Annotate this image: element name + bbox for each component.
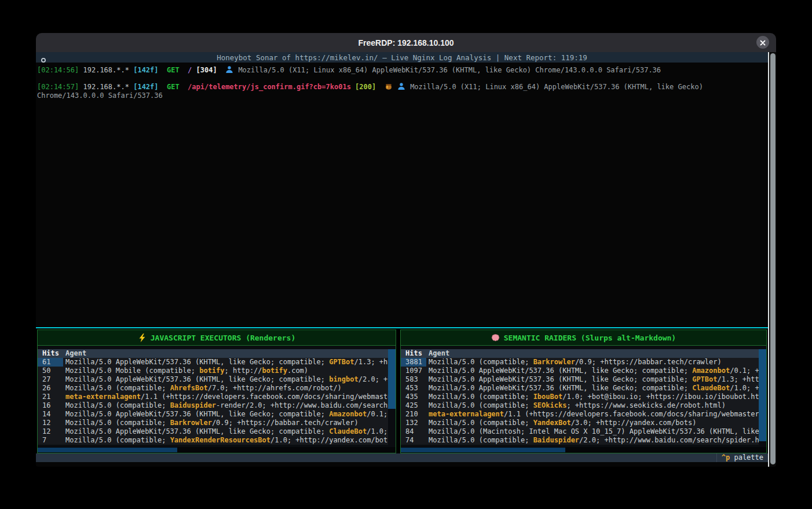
table-row[interactable]: 210meta-externalagent/1.1 (+https://deve…	[401, 410, 766, 419]
hits-cell: 12	[38, 419, 63, 427]
table-row[interactable]: 1097Mozilla/5.0 AppleWebKit/537.36 (KHTM…	[401, 367, 766, 375]
vertical-scrollbar[interactable]	[759, 349, 766, 453]
agent-cell: Mozilla/5.0 (compatible; Barkrowler/0.9;…	[426, 358, 766, 367]
horizontal-scrollbar[interactable]	[401, 447, 766, 453]
column-agent: Agent	[426, 349, 766, 358]
log-status: [304]	[196, 66, 217, 74]
agent-cell: Mozilla/5.0 (compatible; IbouBot/1.0; +b…	[426, 393, 766, 401]
hits-cell: 12	[38, 427, 63, 436]
table-row[interactable]: 84Mozilla/5.0 (Macintosh; Intel Mac OS X…	[401, 427, 766, 436]
table-row[interactable]: 583Mozilla/5.0 AppleWebKit/537.36 (KHTML…	[401, 375, 766, 384]
bot-name: bingbot	[329, 375, 359, 383]
hits-cell: 21	[38, 393, 63, 401]
shortcut-label: palette	[730, 453, 763, 462]
bot-name: Amazonbot	[329, 410, 367, 418]
log-ip: 192.168.*.*	[83, 83, 133, 91]
log-spacer	[376, 83, 384, 91]
horizontal-scrollbar[interactable]	[38, 447, 396, 453]
hits-cell: 435	[401, 393, 426, 401]
log-entry: [02:14:56] 192.168.*.* [142f] GET / [304…	[37, 65, 767, 75]
palette-shortcut: ^p palette	[716, 453, 768, 462]
scrollbar-thumb[interactable]	[759, 349, 766, 441]
bot-name: botify	[199, 367, 224, 375]
table-row[interactable]: 74Mozilla/5.0 (compatible; Baiduspider/2…	[401, 436, 766, 445]
agent-cell: Mozilla/5.0 (compatible; YandexRenderRes…	[63, 436, 396, 445]
window-scrollbar-thumb[interactable]	[770, 53, 776, 464]
agent-cell: Mozilla/5.0 (compatible; Baiduspider-ren…	[63, 401, 396, 410]
bot-name: YandexBot	[533, 419, 571, 427]
agent-cell: Mozilla/5.0 Mobile (compatible; botify; …	[63, 367, 396, 375]
table-row[interactable]: 27Mozilla/5.0 AppleWebKit/537.36 (KHTML,…	[38, 375, 396, 384]
table-row[interactable]: 61Mozilla/5.0 AppleWebKit/537.36 (KHTML,…	[38, 358, 396, 367]
log-path: /	[188, 66, 196, 74]
column-hits: Hits	[401, 349, 426, 358]
bot-name: Baiduspider	[170, 401, 216, 409]
panel-title: SEMANTIC RAIDERS (Slurps alt-Markdown)	[504, 334, 676, 342]
scrollbar-thumb[interactable]	[388, 349, 396, 409]
person-icon	[225, 65, 234, 74]
desktop: FreeRDP: 192.168.10.100 Honeybot Sonar o…	[0, 0, 812, 509]
column-agent: Agent	[63, 349, 396, 358]
log-timestamp: [02:14:57]	[37, 83, 83, 91]
scrollbar-thumb[interactable]	[401, 448, 565, 452]
window-body: Honeybot Sonar of https://mikelev.in/ — …	[36, 52, 776, 467]
hits-cell: 14	[38, 410, 63, 419]
vertical-scrollbar[interactable]	[388, 349, 396, 453]
agent-cell: meta-externalagent/1.1 (+https://develop…	[63, 393, 396, 401]
bot-name: IbouBot	[533, 393, 563, 401]
table-rows: 61Mozilla/5.0 AppleWebKit/537.36 (KHTML,…	[38, 358, 396, 447]
bot-name: Baiduspider	[533, 436, 579, 444]
hits-cell: 583	[401, 375, 426, 384]
hits-cell: 1097	[401, 367, 426, 375]
table-row[interactable]: 16Mozilla/5.0 (compatible; Baiduspider-r…	[38, 401, 396, 410]
panel-semantic-raiders: SEMANTIC RAIDERS (Slurps alt-Markdown) H…	[400, 329, 767, 453]
panel-title: JAVASCRIPT EXECUTORS (Renderers)	[151, 334, 295, 342]
log-spacer	[217, 66, 225, 74]
log-method: GET	[167, 83, 188, 91]
table-row[interactable]: 435Mozilla/5.0 (compatible; IbouBot/1.0;…	[401, 393, 766, 401]
table-row[interactable]: 3881Mozilla/5.0 (compatible; Barkrowler/…	[401, 358, 766, 367]
agent-cell: meta-externalagent/1.1 (+https://develop…	[426, 410, 766, 419]
bot-name: SEOkicks	[533, 401, 567, 409]
agent-cell: Mozilla/5.0 (Macintosh; Intel Mac OS X 1…	[426, 427, 766, 436]
panel-header: JAVASCRIPT EXECUTORS (Renderers)	[38, 330, 396, 346]
bot-name: AhrefsBot	[170, 384, 208, 392]
bot-name: Amazonbot	[692, 367, 730, 375]
table-row[interactable]: 453Mozilla/5.0 AppleWebKit/537.36 (KHTML…	[401, 384, 766, 393]
table-row[interactable]: 14Mozilla/5.0 AppleWebKit/537.36 (KHTML,…	[38, 410, 396, 419]
table-row[interactable]: 132Mozilla/5.0 (compatible; YandexBot/3.…	[401, 419, 766, 427]
table-row[interactable]: 50Mozilla/5.0 Mobile (compatible; botify…	[38, 367, 396, 375]
hits-cell: 26	[38, 384, 63, 393]
window-titlebar[interactable]: FreeRDP: 192.168.10.100	[36, 33, 776, 52]
table-row[interactable]: 7Mozilla/5.0 (compatible; YandexRenderRe…	[38, 436, 396, 445]
app-title: Honeybot Sonar of https://mikelev.in/ — …	[217, 53, 587, 62]
lightning-icon	[138, 334, 147, 342]
log-session-id: [142f]	[133, 66, 167, 74]
bottom-panels: JAVASCRIPT EXECUTORS (Renderers) Hits Ag…	[36, 327, 768, 453]
table-row[interactable]: 21meta-externalagent/1.1 (+https://devel…	[38, 393, 396, 401]
log-area: [02:14:56] 192.168.*.* [142f] GET / [304…	[36, 63, 768, 327]
window-scrollbar[interactable]	[768, 52, 776, 467]
scrollbar-thumb[interactable]	[38, 448, 177, 452]
terminal-header-bar: Honeybot Sonar of https://mikelev.in/ — …	[36, 52, 768, 63]
panel-header: SEMANTIC RAIDERS (Slurps alt-Markdown)	[401, 330, 766, 346]
close-button[interactable]	[756, 36, 769, 49]
table-row[interactable]: 425Mozilla/5.0 (compatible; SEOkicks; +h…	[401, 401, 766, 410]
freerdp-window: FreeRDP: 192.168.10.100 Honeybot Sonar o…	[36, 33, 776, 467]
table-row[interactable]: 26Mozilla/5.0 (compatible; AhrefsBot/7.0…	[38, 384, 396, 393]
table-row[interactable]: 12Mozilla/5.0 AppleWebKit/537.36 (KHTML,…	[38, 427, 396, 436]
honeypot-icon	[385, 82, 393, 90]
log-user-agent: Mozilla/5.0 (X11; Linux x86_64) AppleWeb…	[238, 66, 661, 74]
agent-cell: Mozilla/5.0 (compatible; Barkrowler/0.9;…	[63, 419, 396, 427]
table-header: Hits Agent	[401, 349, 766, 358]
agent-cell: Mozilla/5.0 AppleWebKit/537.36 (KHTML, l…	[63, 358, 396, 367]
brain-icon	[491, 334, 500, 342]
hits-cell: 27	[38, 375, 63, 384]
bot-name: meta-externalagent	[65, 393, 141, 401]
table-row[interactable]: 12Mozilla/5.0 (compatible; Barkrowler/0.…	[38, 419, 396, 427]
agent-cell: Mozilla/5.0 AppleWebKit/537.36 (KHTML, l…	[63, 427, 396, 436]
hits-cell: 74	[401, 436, 426, 445]
agent-cell: Mozilla/5.0 AppleWebKit/537.36 (KHTML, l…	[63, 410, 396, 419]
window-title: FreeRDP: 192.168.10.100	[359, 38, 454, 47]
log-ip: 192.168.*.*	[83, 66, 133, 74]
